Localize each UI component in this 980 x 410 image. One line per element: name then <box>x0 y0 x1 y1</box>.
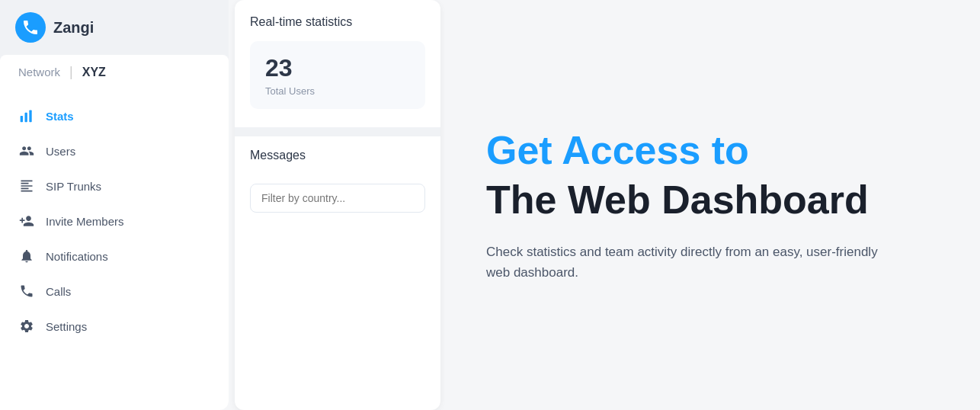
sidebar-item-stats-label: Stats <box>46 110 74 123</box>
bar-chart-icon <box>18 107 35 124</box>
promo-section: Get Access to The Web Dashboard Check st… <box>440 0 980 410</box>
sidebar-item-invite-members-label: Invite Members <box>46 215 124 228</box>
network-bar: Network | XYZ <box>0 55 229 89</box>
sip-icon <box>18 178 35 194</box>
sidebar-item-calls-label: Calls <box>46 285 71 298</box>
promo-title-line1: Get Access to <box>486 127 934 174</box>
sidebar-item-invite-members[interactable]: Invite Members <box>0 203 229 239</box>
sidebar-item-users[interactable]: Users <box>0 133 229 168</box>
network-label: Network <box>18 66 60 78</box>
sidebar-item-settings[interactable]: Settings <box>0 309 229 344</box>
messages-section: Messages <box>235 136 440 213</box>
sidebar-item-settings-label: Settings <box>46 320 87 333</box>
sidebar-item-calls[interactable]: Calls <box>0 274 229 309</box>
sidebar-item-sip-trunks-label: SIP Trunks <box>46 180 101 193</box>
sidebar-item-sip-trunks[interactable]: SIP Trunks <box>0 168 229 203</box>
total-users-number: 23 <box>265 53 410 82</box>
app-logo <box>15 12 46 43</box>
app-name: Zangi <box>53 19 94 37</box>
network-name: XYZ <box>82 66 106 79</box>
sidebar-item-stats[interactable]: Stats <box>0 98 229 133</box>
network-divider: | <box>69 64 73 80</box>
stats-section: Real-time statistics 23 Total Users <box>235 15 440 127</box>
total-users-card: 23 Total Users <box>250 41 425 109</box>
svg-rect-0 <box>21 116 23 122</box>
left-panel: Zangi Network | XYZ Stats <box>0 0 229 410</box>
stats-section-title: Real-time statistics <box>250 15 425 29</box>
section-divider <box>235 127 440 136</box>
users-icon <box>18 143 35 159</box>
gear-icon <box>18 318 35 335</box>
bell-icon <box>18 248 35 264</box>
sidebar-item-notifications[interactable]: Notifications <box>0 239 229 274</box>
total-users-label: Total Users <box>265 85 410 97</box>
promo-description: Check statistics and team activity direc… <box>486 242 882 283</box>
phone-icon <box>18 283 35 299</box>
sidebar-item-notifications-label: Notifications <box>46 250 108 263</box>
app-header: Zangi <box>0 0 229 55</box>
sidebar-nav: Stats Users SIP Trunks <box>0 89 229 410</box>
invite-icon <box>18 213 35 229</box>
svg-rect-2 <box>29 111 31 123</box>
sidebar-item-users-label: Users <box>46 145 75 158</box>
messages-section-title: Messages <box>250 149 425 162</box>
main-card: Real-time statistics 23 Total Users Mess… <box>235 0 440 410</box>
svg-rect-1 <box>25 113 27 123</box>
promo-title-line2: The Web Dashboard <box>486 176 934 223</box>
filter-country-input[interactable] <box>250 184 425 213</box>
